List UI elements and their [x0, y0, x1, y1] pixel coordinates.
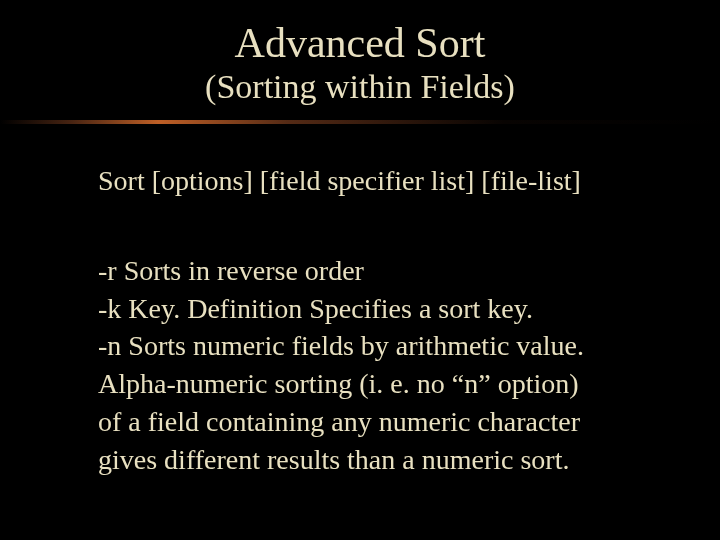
slide-container: Advanced Sort (Sorting within Fields) So…	[0, 0, 720, 540]
slide-title: Advanced Sort	[0, 20, 720, 66]
option-n: -n Sorts numeric fields by arithmetic va…	[98, 327, 630, 365]
option-r: -r Sorts in reverse order	[98, 252, 630, 290]
options-block: -r Sorts in reverse order -k Key. Defini…	[98, 252, 630, 479]
divider-line	[0, 120, 720, 128]
option-note-2: of a field containing any numeric charac…	[98, 403, 630, 441]
syntax-line: Sort [options] [field specifier list] [f…	[98, 164, 630, 198]
option-k: -k Key. Definition Specifies a sort key.	[98, 290, 630, 328]
slide-body: Sort [options] [field specifier list] [f…	[0, 128, 720, 478]
slide-subtitle: (Sorting within Fields)	[0, 68, 720, 106]
option-note-3: gives different results than a numeric s…	[98, 441, 630, 479]
option-note-1: Alpha-numeric sorting (i. e. no “n” opti…	[98, 365, 630, 403]
